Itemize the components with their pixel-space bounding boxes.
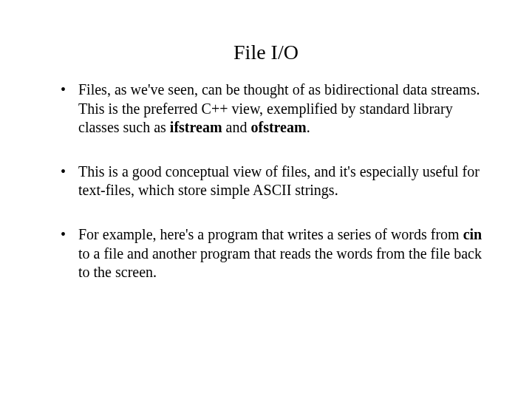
- bullet-code: ofstream: [250, 119, 306, 135]
- bullet-item: This is a good conceptual view of files,…: [65, 163, 488, 200]
- bullet-text: This is a good conceptual view of files,…: [78, 163, 480, 199]
- slide-title: File I/O: [44, 41, 488, 64]
- bullet-item: For example, here's a program that write…: [65, 225, 488, 282]
- bullet-text: For example, here's a program that write…: [78, 226, 463, 242]
- bullet-code: cin: [463, 226, 482, 242]
- bullet-list: Files, as we've seen, can be thought of …: [44, 81, 488, 282]
- bullet-code: ifstream: [170, 119, 222, 135]
- bullet-text: .: [307, 119, 310, 135]
- bullet-text: to a file and another program that reads…: [78, 245, 482, 281]
- bullet-text: and: [222, 119, 251, 135]
- bullet-item: Files, as we've seen, can be thought of …: [65, 81, 488, 137]
